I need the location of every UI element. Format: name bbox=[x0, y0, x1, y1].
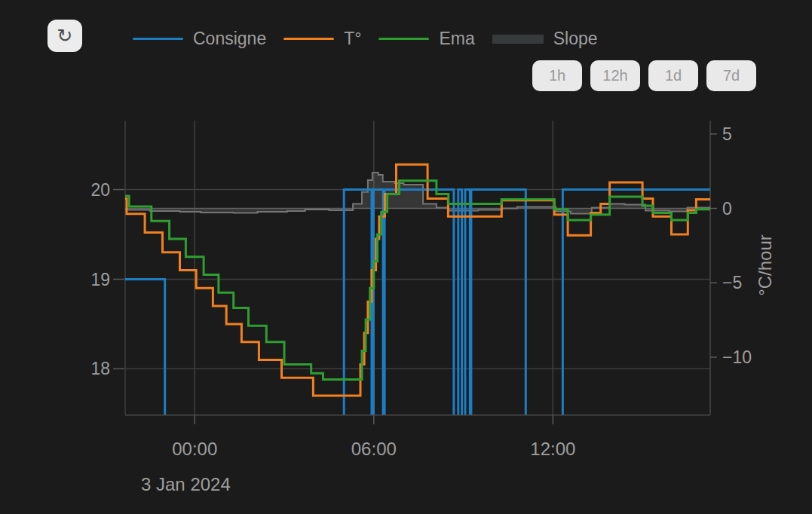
chart-plot-area[interactable]: 20191850−5−1000:0006:0012:003 Jan 2024°C… bbox=[0, 0, 812, 514]
date-label: 3 Jan 2024 bbox=[141, 474, 231, 494]
svg-text:−10: −10 bbox=[722, 347, 752, 367]
svg-text:06:00: 06:00 bbox=[351, 439, 397, 459]
svg-text:−5: −5 bbox=[722, 273, 742, 292]
svg-text:12:00: 12:00 bbox=[530, 439, 575, 459]
right-axis-title: °C/hour bbox=[755, 234, 775, 296]
svg-text:18: 18 bbox=[90, 359, 110, 378]
svg-text:0: 0 bbox=[722, 199, 732, 219]
svg-text:19: 19 bbox=[90, 270, 110, 289]
svg-text:00:00: 00:00 bbox=[172, 439, 217, 459]
svg-text:5: 5 bbox=[722, 124, 732, 144]
temperature-chart-card: ↻ Consigne T° Ema Slope 1h 12h 1d 7d 201… bbox=[0, 0, 812, 514]
svg-text:20: 20 bbox=[90, 180, 110, 200]
